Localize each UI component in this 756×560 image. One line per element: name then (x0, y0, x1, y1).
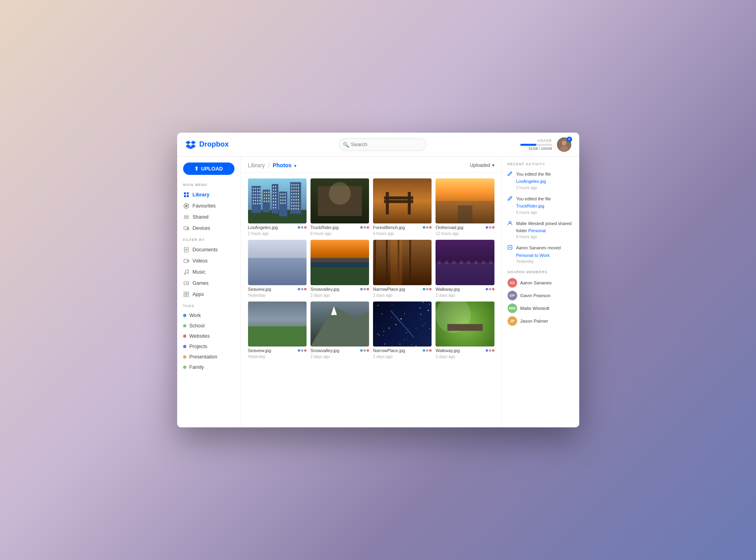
sort-label: Uploaded (470, 163, 490, 168)
photo-canvas-7 (436, 240, 494, 285)
photo-item-8[interactable]: Seaview.jpgYesterday (248, 302, 307, 359)
member-name-0: Aaron Sananes (520, 280, 552, 285)
photo-thumb-0 (248, 178, 307, 223)
tag-work[interactable]: Work (177, 310, 240, 321)
photo-item-3[interactable]: Ontheroad.jpg12 hours ago (436, 178, 494, 236)
breadcrumb: Library | Photos ▾ (248, 162, 297, 168)
file-move-icon (508, 244, 513, 250)
sidebar-item-devices[interactable]: Devices (177, 223, 240, 234)
photo-item-11[interactable]: Walkway.jpg2 days ago (436, 302, 494, 359)
photo-dot-7-1 (489, 288, 491, 290)
photo-canvas-10 (373, 302, 432, 347)
photo-grid: LosAngeles.jpg2 hours agoTruckRider.jpg6… (248, 178, 494, 359)
photo-thumb-4 (248, 240, 307, 285)
tag-websites[interactable]: Websites (177, 331, 240, 341)
photo-dot-7-2 (492, 288, 494, 290)
sort-button[interactable]: Uploaded ▾ (470, 163, 494, 168)
sidebar-item-library[interactable]: Library (177, 189, 240, 200)
search-icon: 🔍 (343, 141, 349, 147)
app-window: Dropbox 🔍 USAGE 51GB / 100GB (177, 133, 579, 427)
photo-canvas-1 (311, 178, 369, 223)
tag-family[interactable]: Family (177, 362, 240, 372)
photo-dot-9-0 (360, 349, 363, 352)
games-icon (183, 280, 189, 286)
videos-label: Videos (193, 258, 208, 264)
tag-dot-projects (183, 345, 186, 348)
content-header: Library | Photos ▾ Uploaded ▾ (241, 157, 502, 173)
svg-point-8 (185, 205, 188, 207)
main-content: Library | Photos ▾ Uploaded ▾ LosAngeles… (241, 157, 502, 427)
breadcrumb-library: Library (248, 162, 265, 168)
photo-dot-11-0 (486, 349, 488, 352)
svg-rect-6 (187, 195, 189, 197)
photo-meta-0: LosAngeles.jpg (248, 225, 307, 230)
sidebar-item-videos[interactable]: Videos (177, 255, 240, 266)
photo-item-6[interactable]: NarrowPlace.jpg2 days ago (373, 240, 432, 297)
photo-dot-4-2 (304, 288, 307, 290)
tag-dot-presentation (183, 355, 186, 358)
member-avatar-2: MW (508, 303, 517, 313)
photo-name-2: ForestBench.jpg (373, 225, 405, 230)
usage-text: 51GB / 100GB (520, 147, 552, 151)
photo-dots-9 (360, 349, 369, 352)
photo-item-4[interactable]: Seaview.jpgYesterday (248, 240, 307, 297)
search-input[interactable] (339, 138, 426, 151)
sidebar-item-music[interactable]: Music (177, 266, 240, 278)
sidebar-item-shared[interactable]: Shared (177, 211, 240, 223)
photo-dot-4-0 (298, 288, 300, 290)
svg-point-1 (562, 141, 567, 145)
photo-item-5[interactable]: Snowvalley.jpg2 days ago (311, 240, 369, 297)
photo-item-0[interactable]: LosAngeles.jpg2 hours ago (248, 178, 307, 236)
devices-icon (183, 225, 189, 231)
upload-button[interactable]: ⬆ UPLOAD (183, 163, 234, 175)
photo-item-2[interactable]: ForestBench.jpg8 hours ago (373, 178, 432, 236)
photo-thumb-1 (311, 178, 369, 223)
photo-meta-11: Walkway.jpg (436, 348, 494, 353)
photo-dots-11 (486, 349, 494, 352)
search-input-wrap: 🔍 (339, 138, 426, 151)
documents-icon (183, 247, 189, 253)
music-icon (183, 269, 189, 275)
activity-text-4: Aaron Sananes moved Personal to Work Yes… (516, 244, 574, 264)
sidebar-item-favourites[interactable]: Favourites (177, 200, 240, 211)
photo-dot-9-1 (363, 349, 366, 352)
photo-canvas-5 (311, 240, 369, 285)
photo-meta-9: Snowvalley.jpg (311, 348, 369, 353)
breadcrumb-photos[interactable]: Photos ▾ (273, 162, 296, 168)
tag-presentation[interactable]: Presentation (177, 352, 240, 362)
photo-item-10[interactable]: NarrowPlace.jpg2 days ago (373, 302, 432, 359)
photo-item-1[interactable]: TruckRider.jpg6 hours ago (311, 178, 369, 236)
sidebar-item-games[interactable]: Games (177, 278, 240, 289)
activity-item-1: You edited the file LosAngeles.jpg 2 hou… (508, 170, 574, 190)
photo-meta-5: Snowvalley.jpg (311, 287, 369, 292)
shared-members-section: SHARED MEMBERS ASAaron SananesGPGavin Pe… (508, 270, 574, 326)
photo-time-1: 6 hours ago (311, 231, 369, 236)
photo-dot-5-2 (367, 288, 369, 290)
svg-rect-25 (184, 292, 186, 294)
favourites-icon (183, 203, 189, 209)
photo-time-0: 2 hours ago (248, 231, 307, 236)
photo-thumb-7 (436, 240, 494, 285)
members-title: SHARED MEMBERS (508, 270, 574, 274)
photo-item-7[interactable]: Walkway.jpg2 days ago (436, 240, 494, 297)
photo-grid-scroll[interactable]: LosAngeles.jpg2 hours agoTruckRider.jpg6… (241, 173, 502, 427)
tag-school[interactable]: School (177, 321, 240, 331)
dropbox-logo-icon (185, 140, 196, 149)
photo-time-11: 2 days ago (436, 354, 494, 359)
member-item-2: MWMalte Westedt (508, 303, 574, 313)
apps-label: Apps (193, 292, 204, 297)
photo-item-9[interactable]: Snowvalley.jpg2 days ago (311, 302, 369, 359)
sidebar-item-documents[interactable]: Documents (177, 244, 240, 255)
right-panel: RECENT ACTIVITY You edited the file LosA… (502, 157, 579, 427)
photo-dots-4 (298, 288, 307, 290)
photo-dot-1-2 (367, 226, 369, 229)
svg-point-29 (509, 221, 511, 223)
photo-name-1: TruckRider.jpg (311, 225, 339, 230)
sidebar-item-apps[interactable]: Apps (177, 289, 240, 300)
svg-point-2 (560, 146, 568, 151)
photo-canvas-4 (248, 240, 307, 285)
photo-meta-7: Walkway.jpg (436, 287, 494, 292)
avatar[interactable]: 3 (557, 137, 571, 152)
member-item-0: ASAaron Sananes (508, 278, 574, 288)
tag-projects[interactable]: Projects (177, 341, 240, 352)
